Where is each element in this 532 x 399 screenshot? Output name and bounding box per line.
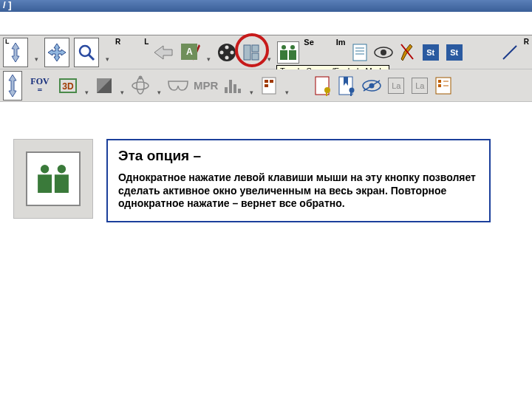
- slider-panel-icon: [434, 76, 452, 95]
- eye-slash-icon: [361, 79, 382, 92]
- canvas-spacer: [0, 12, 532, 35]
- pencil-cross-icon: [400, 43, 415, 62]
- bookmark-key-icon: [338, 75, 357, 96]
- region-button[interactable]: [167, 72, 189, 99]
- svg-rect-32: [326, 92, 327, 96]
- preset-dropdown[interactable]: [283, 72, 290, 99]
- layout-dropdown[interactable]: [265, 39, 273, 66]
- st-label-1: St: [423, 44, 439, 61]
- two-figures-icon: [280, 44, 296, 61]
- pan-button[interactable]: [44, 38, 69, 67]
- fov-button[interactable]: FOV=: [27, 72, 53, 99]
- diagonal-line-icon: [500, 43, 519, 62]
- svg-point-4: [231, 50, 234, 54]
- layout-grid-icon: [242, 44, 260, 61]
- annotation-dropdown[interactable]: [205, 39, 212, 66]
- window-level-button[interactable]: [95, 72, 114, 99]
- survey-explode-button[interactable]: [277, 41, 299, 64]
- svg-point-6: [220, 50, 224, 54]
- left-arrow-icon: [153, 44, 174, 61]
- svg-point-20: [137, 78, 144, 94]
- notes-button[interactable]: [350, 39, 369, 66]
- featured-icon-inner: [26, 151, 81, 206]
- vertical-resize-button[interactable]: [3, 71, 22, 100]
- preset-list-button[interactable]: [259, 72, 279, 99]
- svg-rect-10: [353, 44, 366, 61]
- zoom-dropdown[interactable]: [103, 39, 111, 66]
- histogram-icon: [222, 77, 243, 95]
- 3d-button[interactable]: 3D: [58, 72, 78, 99]
- label-Im: Im: [336, 38, 346, 47]
- description-section: Эта опция – Однократное нажатие левой кл…: [0, 139, 532, 222]
- view-button[interactable]: [374, 39, 393, 66]
- measure-line-button[interactable]: [500, 39, 519, 66]
- mpr-label: MPR: [194, 79, 218, 92]
- rotate-3d-button[interactable]: [130, 72, 151, 99]
- orbit-icon: [130, 75, 151, 96]
- annotation-button[interactable]: A: [178, 39, 200, 66]
- vertical-arrows-icon: [6, 73, 19, 98]
- svg-rect-22: [225, 87, 228, 93]
- study-next-button[interactable]: St: [445, 39, 464, 66]
- label-A: A: [186, 47, 193, 57]
- label-L-2: L: [144, 38, 149, 46]
- toolbar-row-1: L R L A Se Im: [0, 35, 532, 69]
- preset-icon: [261, 76, 277, 95]
- la-label-1: La: [388, 78, 404, 94]
- hide-button[interactable]: [361, 72, 382, 99]
- film-reel-icon: [216, 42, 237, 63]
- zoom-button[interactable]: [74, 38, 99, 67]
- settings-button[interactable]: [434, 72, 453, 99]
- wl-dropdown[interactable]: [118, 72, 126, 99]
- cine-button[interactable]: [216, 39, 237, 66]
- eye-icon: [374, 47, 393, 58]
- label-R-1: R: [115, 38, 120, 46]
- svg-rect-26: [262, 78, 276, 94]
- edit-button[interactable]: [398, 39, 417, 66]
- toolbar-row-2: FOV= 3D MPR La La: [0, 69, 532, 102]
- contrast-icon: [95, 77, 113, 95]
- rotate-dropdown[interactable]: [155, 72, 163, 99]
- notepad-icon: [352, 43, 368, 62]
- key-images-button[interactable]: [314, 72, 333, 99]
- svg-line-1: [89, 55, 94, 60]
- key-document-icon: [314, 75, 333, 96]
- featured-icon-frame: [13, 139, 93, 219]
- svg-rect-29: [265, 84, 268, 87]
- svg-rect-25: [238, 89, 241, 93]
- svg-point-19: [132, 82, 149, 89]
- svg-rect-41: [438, 84, 441, 87]
- svg-point-21: [139, 75, 143, 79]
- mpr-button[interactable]: MPR: [194, 72, 218, 99]
- prev-button[interactable]: [153, 39, 174, 66]
- two-figures-large-icon: [38, 163, 69, 194]
- histogram-button[interactable]: [222, 72, 243, 99]
- layout-prev-button[interactable]: La: [386, 72, 406, 99]
- la-label-2: La: [412, 78, 428, 94]
- svg-rect-23: [229, 80, 232, 93]
- orientation-dropdown[interactable]: [33, 39, 40, 66]
- svg-point-0: [80, 46, 90, 56]
- 3d-dropdown[interactable]: [83, 72, 90, 99]
- bookmark-button[interactable]: [338, 72, 357, 99]
- svg-rect-8: [252, 45, 259, 52]
- svg-rect-28: [270, 80, 273, 83]
- svg-line-17: [503, 46, 516, 59]
- orientation-arrows-button[interactable]: L: [3, 38, 28, 67]
- svg-point-15: [381, 50, 386, 55]
- fov-label: FOV=: [27, 77, 53, 95]
- svg-rect-9: [252, 53, 259, 60]
- label-R-2: R: [524, 38, 529, 46]
- study-prev-button[interactable]: St: [421, 39, 440, 66]
- description-body: Однократное нажатие левой клавиши мыши н…: [118, 171, 479, 211]
- histogram-dropdown[interactable]: [248, 72, 255, 99]
- svg-point-3: [225, 45, 229, 49]
- st-label-2: St: [446, 44, 463, 61]
- window-titlebar: / ]: [0, 0, 532, 12]
- description-title: Эта опция –: [118, 148, 479, 164]
- label-L: L: [5, 38, 10, 45]
- 3d-badge: 3D: [59, 78, 77, 93]
- svg-rect-24: [233, 84, 236, 93]
- layout-next-button[interactable]: La: [410, 72, 429, 99]
- layout-button[interactable]: [242, 39, 261, 66]
